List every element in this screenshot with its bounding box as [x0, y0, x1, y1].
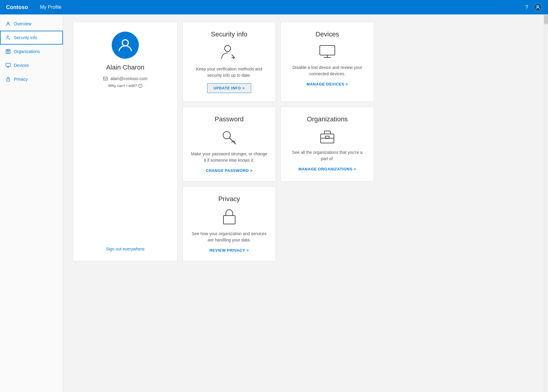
profile-edit-hint[interactable]: Why can't I edit?: [108, 83, 142, 88]
sidebar-label-overview: Overview: [14, 21, 31, 26]
sidebar-label-organizations: Organizations: [14, 49, 40, 54]
sidebar-item-overview[interactable]: Overview: [0, 17, 63, 31]
cards-grid: Alain Charon alain@contoso.com Why can't…: [73, 22, 374, 261]
signout-link[interactable]: Sign out everywhere: [106, 239, 145, 251]
topbar: Contoso My Profile ?: [0, 0, 548, 14]
person-icon: [5, 21, 11, 26]
brand-name: Contoso: [6, 4, 28, 11]
profile-avatar: [112, 32, 139, 59]
privacy-icon: [221, 208, 238, 227]
profile-email-row: alain@contoso.com: [103, 76, 147, 81]
svg-rect-5: [7, 79, 10, 81]
svg-rect-3: [6, 49, 10, 54]
help-icon[interactable]: ?: [525, 4, 528, 11]
email-icon: [103, 76, 108, 81]
security-info-card: Security info Keep your verification met…: [182, 22, 276, 102]
sidebar-label-devices: Devices: [14, 63, 29, 68]
svg-point-2: [7, 36, 8, 37]
svg-point-6: [122, 40, 128, 46]
page-title: My Profile: [40, 5, 61, 10]
monitor-icon: [5, 63, 11, 68]
devices-title: Devices: [316, 30, 339, 38]
sidebar-item-privacy[interactable]: Privacy: [0, 72, 63, 86]
organizations-title: Organizations: [307, 115, 348, 123]
profile-avatar-icon: [117, 37, 133, 53]
svg-rect-11: [320, 45, 335, 55]
sidebar-item-security-info[interactable]: Security info: [0, 31, 63, 45]
sidebar: Overview Security info Organizations: [0, 14, 63, 392]
devices-desc: Disable a lost device and review your co…: [288, 64, 366, 77]
password-icon: [220, 128, 238, 147]
svg-point-9: [225, 45, 231, 51]
svg-rect-7: [104, 77, 107, 80]
main-layout: Overview Security info Organizations: [0, 14, 548, 392]
main-content: Alain Charon alain@contoso.com Why can't…: [63, 14, 544, 392]
sidebar-label-privacy: Privacy: [14, 77, 28, 82]
privacy-title: Privacy: [218, 195, 240, 203]
user-avatar[interactable]: [534, 3, 542, 11]
password-title: Password: [215, 115, 244, 123]
svg-rect-15: [223, 216, 235, 224]
profile-card: Alain Charon alain@contoso.com Why can't…: [73, 22, 178, 261]
security-info-desc: Keep your verification methods and secur…: [190, 66, 268, 79]
change-password-link[interactable]: CHANGE PASSWORD >: [206, 168, 252, 173]
organizations-card: Organizations See all the organizations …: [281, 107, 374, 182]
sidebar-label-security-info: Security info: [14, 35, 37, 40]
privacy-desc: See how your organization and services a…: [190, 231, 268, 243]
svg-point-1: [7, 22, 9, 24]
devices-card: Devices Disable a lost device and review…: [281, 22, 374, 102]
sidebar-item-organizations[interactable]: Organizations: [0, 45, 63, 58]
building-icon: [5, 49, 11, 54]
password-desc: Make your password stronger, or change i…: [190, 151, 268, 163]
shield-edit-icon: [5, 35, 11, 40]
organizations-icon: [318, 128, 336, 146]
devices-icon: [318, 43, 336, 61]
organizations-desc: See all the organizations that you're a …: [288, 149, 366, 162]
avatar-icon: [535, 5, 540, 10]
privacy-card: Privacy See how your organization and se…: [182, 186, 276, 261]
scrollbar[interactable]: [544, 14, 548, 392]
security-info-title: Security info: [211, 30, 247, 38]
svg-point-0: [537, 5, 539, 7]
manage-devices-link[interactable]: MANAGE DEVICES >: [307, 82, 348, 86]
profile-name: Alain Charon: [106, 64, 144, 71]
svg-rect-4: [6, 63, 11, 67]
sidebar-item-devices[interactable]: Devices: [0, 58, 63, 72]
password-card: Password Make your password stronger, or…: [182, 107, 276, 182]
info-icon: [138, 84, 142, 88]
manage-organizations-link[interactable]: MANAGE ORGANIZATIONS >: [298, 167, 356, 171]
profile-email: alain@contoso.com: [110, 76, 147, 81]
topbar-right: ?: [525, 3, 542, 11]
update-info-button[interactable]: UPDATE INFO >: [207, 83, 251, 93]
security-info-icon: [220, 43, 238, 62]
review-privacy-link[interactable]: REVIEW PRIVACY >: [210, 248, 249, 253]
lock-icon: [5, 76, 11, 82]
